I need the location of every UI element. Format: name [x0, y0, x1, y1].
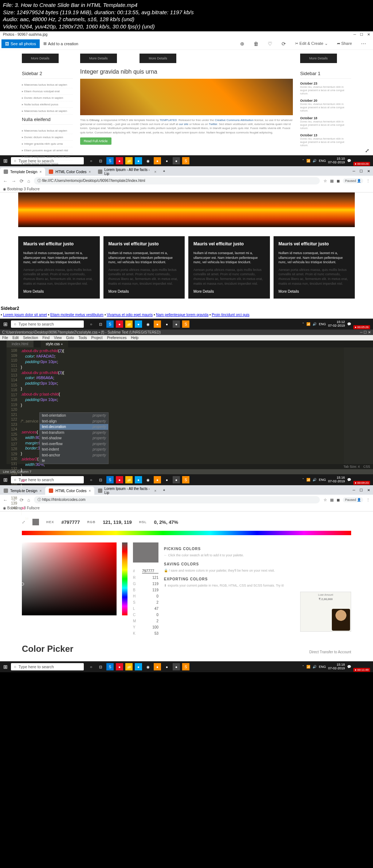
- see-all-photos-button[interactable]: 🖼 See all photos: [1, 39, 40, 48]
- advertisement[interactable]: Loan Amount ₹ 2,00,000: [300, 592, 351, 632]
- a[interactable]: ●: [116, 663, 123, 670]
- footer-link[interactable]: Nam pellentesque lorem gravida: [156, 313, 208, 317]
- taskbar-search[interactable]: ○Type here to search: [11, 663, 84, 670]
- minimap[interactable]: [344, 347, 373, 464]
- add-to-creation-button[interactable]: ⊞ Add to a creation: [40, 39, 82, 48]
- menu-file[interactable]: File: [2, 336, 8, 340]
- sublime-sidebar[interactable]: [0, 347, 7, 464]
- list-item[interactable]: Mauris vulputate dolor sit amet nibh: [22, 154, 73, 160]
- a[interactable]: ●: [154, 320, 161, 328]
- autocomplete-item-selected[interactable]: text-decorationproperty: [40, 424, 108, 430]
- maximize-button[interactable]: ☐: [360, 488, 363, 493]
- close-button[interactable]: ✕: [367, 488, 370, 493]
- templated-link[interactable]: TEMPLATED: [160, 118, 177, 122]
- list-item[interactable]: Donec dictum metus in sapien: [22, 134, 73, 141]
- a[interactable]: 📁: [125, 320, 133, 328]
- syntax[interactable]: CSS: [363, 465, 370, 468]
- share-button[interactable]: ➦ Share: [337, 41, 352, 46]
- menu-help[interactable]: Help: [131, 336, 139, 340]
- a[interactable]: 📁: [125, 663, 133, 670]
- a[interactable]: ●: [135, 320, 142, 328]
- start-button[interactable]: ⊞: [0, 664, 11, 670]
- a[interactable]: ●: [116, 320, 123, 328]
- list-item[interactable]: Nulla luctus eleifend purus: [22, 101, 73, 108]
- list-item[interactable]: Donec dictum metus in sapien: [22, 95, 73, 101]
- a[interactable]: ○: [87, 320, 95, 328]
- a[interactable]: 📶: [306, 322, 310, 326]
- a[interactable]: ˄: [302, 322, 304, 326]
- code-editor[interactable]: .about-div p:nth-child(2){ color: #AFADA…: [19, 347, 344, 464]
- hue-slider[interactable]: [122, 542, 127, 615]
- a[interactable]: ◉: [144, 320, 152, 328]
- more-icon[interactable]: ⋯: [361, 41, 366, 47]
- a[interactable]: 💬: [347, 478, 351, 482]
- a[interactable]: ENG: [319, 665, 326, 669]
- a[interactable]: ●: [163, 320, 170, 328]
- list-item[interactable]: Maecenas luctus lectus at sapien: [22, 82, 73, 88]
- menu-icon[interactable]: ⋮: [366, 498, 370, 502]
- a[interactable]: S: [182, 663, 189, 670]
- cc-link[interactable]: Creative Commons Attribution: [215, 118, 254, 122]
- a[interactable]: ⊡: [97, 663, 104, 670]
- oursite-link[interactable]: our site: [179, 122, 188, 126]
- a[interactable]: ●: [173, 320, 180, 328]
- extension-icon[interactable]: ◼: [337, 179, 340, 183]
- menu-find[interactable]: Find: [43, 336, 50, 340]
- footer-link[interactable]: Vivamus et odio eget mauris: [107, 313, 153, 317]
- autocomplete-item[interactable]: text-alignproperty: [40, 419, 108, 424]
- list-item[interactable]: Maecenas luctus lectus at sapien: [22, 128, 73, 134]
- autocomplete-item[interactable]: text-anchorproperty: [40, 452, 108, 458]
- a[interactable]: S: [106, 663, 114, 670]
- a[interactable]: ●: [163, 663, 170, 670]
- maximize-button[interactable]: ☐: [364, 330, 367, 334]
- expand-icon[interactable]: ⤢: [365, 148, 369, 153]
- a[interactable]: ○: [87, 663, 95, 670]
- back-button[interactable]: ←: [3, 178, 8, 184]
- maximize-button[interactable]: ☐: [360, 32, 363, 36]
- more-details-button[interactable]: More Details: [22, 54, 59, 63]
- a[interactable]: ⊡: [97, 320, 104, 328]
- spectrum-bar[interactable]: [22, 531, 351, 535]
- profile-paused[interactable]: Paused 👤: [343, 178, 363, 183]
- tabsize[interactable]: Tab Size: 4: [343, 465, 360, 468]
- minimize-button[interactable]: ─: [360, 330, 362, 334]
- a[interactable]: 💬: [347, 322, 351, 326]
- footer-link[interactable]: Etiam molestie metus vestibulum: [50, 313, 103, 317]
- autocomplete-item[interactable]: text-indentproperty: [40, 447, 108, 452]
- taskbar-search[interactable]: ○Type here to search: [11, 320, 84, 328]
- more-details-link[interactable]: More Details: [109, 289, 180, 293]
- url-input[interactable]: ⓘ file:///C:/Users/rentomojo/Desktop/c/9…: [34, 177, 320, 184]
- menu-icon[interactable]: ⋮: [366, 179, 370, 183]
- menu-project[interactable]: Project: [91, 336, 103, 340]
- profile-paused[interactable]: Paused 👤: [343, 497, 363, 502]
- forward-button[interactable]: →: [11, 497, 16, 503]
- edit-create-button[interactable]: ✂ Edit & Create ⌄: [295, 41, 328, 46]
- menu-tools[interactable]: Tools: [78, 336, 87, 340]
- a[interactable]: S: [106, 320, 114, 328]
- list-item[interactable]: Nulla luctus eleifend purus: [22, 160, 73, 167]
- bookmark-item[interactable]: ◉ Bootstrap 3 Fullscre: [3, 187, 40, 191]
- forward-button[interactable]: →: [11, 178, 16, 184]
- read-full-article-button[interactable]: Read Full Article: [80, 137, 111, 145]
- home-button[interactable]: ⌂: [27, 178, 30, 184]
- minimize-button[interactable]: ─: [353, 488, 355, 493]
- autocomplete-item[interactable]: text-overflowproperty: [40, 441, 108, 447]
- menu-edit[interactable]: Edit: [12, 336, 19, 340]
- footer-link[interactable]: Proin tincidunt orci quis: [212, 313, 249, 317]
- delete-icon[interactable]: 🗑: [254, 41, 259, 47]
- clock[interactable]: 15:1207-02-2019: [328, 320, 345, 328]
- save-icon[interactable]: 🔒: [164, 569, 168, 572]
- list-item[interactable]: Etiam posuere augue sit amet nisl: [22, 147, 73, 154]
- saturation-picker[interactable]: [22, 542, 117, 615]
- a[interactable]: 🔊: [313, 665, 317, 669]
- list-item[interactable]: Etiam rhoncus volutpat erat: [22, 88, 73, 95]
- more-details-button[interactable]: More Details: [80, 54, 117, 63]
- twitter-link[interactable]: Twitter: [209, 122, 217, 126]
- more-details-button[interactable]: More Details: [300, 54, 337, 63]
- footer-link[interactable]: Lorem ipsum dolor sit amet: [3, 313, 47, 317]
- a[interactable]: 💬: [347, 665, 351, 669]
- list-item[interactable]: Integer gravida nibh quis urna: [22, 141, 73, 147]
- a[interactable]: ●: [154, 663, 161, 670]
- sublime-tab[interactable]: index.html: [7, 340, 34, 347]
- hex-input[interactable]: [142, 569, 158, 573]
